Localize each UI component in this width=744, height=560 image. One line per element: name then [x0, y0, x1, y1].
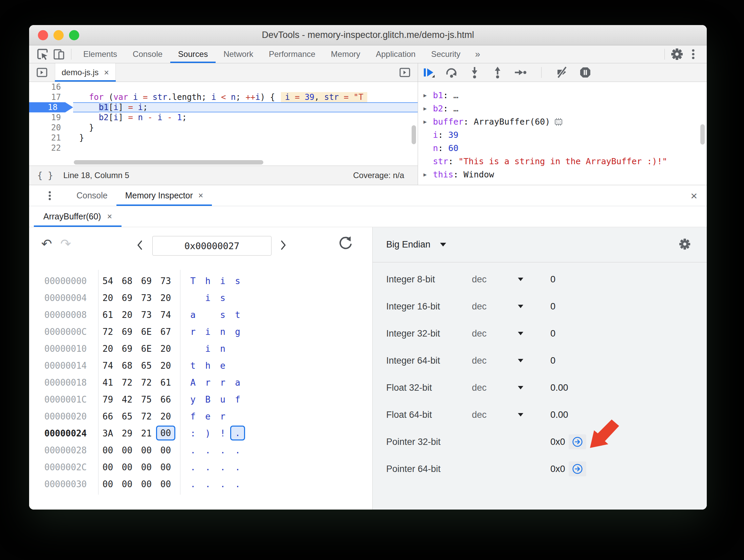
- scope-variable-b2[interactable]: ▶b2: …: [418, 102, 707, 115]
- hex-byte[interactable]: 20: [156, 290, 175, 306]
- ascii-char[interactable]: n: [215, 341, 230, 357]
- ascii-char[interactable]: B: [200, 392, 215, 407]
- format-select[interactable]: dec: [472, 356, 550, 366]
- ascii-char[interactable]: f: [185, 409, 200, 424]
- hex-byte[interactable]: 00: [117, 476, 137, 492]
- hex-byte[interactable]: 00: [98, 476, 117, 492]
- code-line-18[interactable]: 18 b1[i] = i;: [29, 102, 418, 112]
- scope-variable-b1[interactable]: ▶b1: …: [418, 89, 707, 102]
- hex-byte[interactable]: 20: [117, 307, 137, 323]
- hex-byte[interactable]: 74: [98, 358, 117, 373]
- line-number[interactable]: 16: [29, 82, 73, 92]
- step-out-button[interactable]: [491, 66, 504, 79]
- ascii-char[interactable]: [185, 290, 200, 306]
- ascii-char[interactable]: e: [200, 409, 215, 424]
- hex-byte[interactable]: 20: [156, 409, 175, 424]
- tab-memory[interactable]: Memory: [323, 45, 368, 63]
- ascii-char[interactable]: .: [215, 459, 230, 475]
- code-line-20[interactable]: 20 }: [29, 123, 418, 133]
- ascii-char[interactable]: r: [215, 409, 230, 424]
- line-number[interactable]: 19: [29, 112, 73, 123]
- drawer-menu-icon[interactable]: [44, 190, 56, 201]
- jump-to-address-button[interactable]: [569, 434, 586, 449]
- hex-byte[interactable]: 20: [98, 341, 117, 357]
- hex-byte[interactable]: 00: [156, 426, 175, 440]
- format-select[interactable]: dec: [472, 410, 550, 420]
- ascii-char[interactable]: .: [200, 443, 215, 458]
- step-button[interactable]: [514, 66, 527, 79]
- more-panels-chevron[interactable]: »: [468, 49, 487, 60]
- address-input[interactable]: [152, 236, 271, 256]
- hex-byte[interactable]: 00: [156, 476, 175, 492]
- horizontal-scrollbar[interactable]: [74, 160, 263, 165]
- hex-byte[interactable]: 73: [137, 290, 156, 306]
- ascii-char[interactable]: !: [215, 426, 230, 441]
- ascii-char[interactable]: s: [215, 290, 230, 306]
- format-select[interactable]: dec: [472, 328, 550, 339]
- tab-arraybuffer[interactable]: ArrayBuffer(60) ×: [34, 206, 122, 227]
- hex-byte[interactable]: 72: [137, 409, 156, 424]
- ascii-char[interactable]: .: [185, 476, 200, 492]
- navigator-panel-icon[interactable]: [35, 65, 49, 80]
- tab-network[interactable]: Network: [216, 45, 261, 63]
- hex-byte[interactable]: 65: [117, 409, 137, 424]
- tab-sources[interactable]: Sources: [170, 45, 216, 63]
- ascii-char[interactable]: [230, 409, 245, 424]
- hex-byte[interactable]: 69: [117, 324, 137, 340]
- ascii-char[interactable]: y: [185, 392, 200, 407]
- ascii-char[interactable]: e: [215, 358, 230, 373]
- hex-byte[interactable]: 73: [137, 307, 156, 323]
- close-icon[interactable]: ×: [107, 212, 112, 221]
- ascii-char[interactable]: f: [230, 392, 245, 407]
- ascii-char[interactable]: i: [200, 341, 215, 357]
- ascii-char[interactable]: h: [200, 273, 215, 289]
- hex-byte[interactable]: 65: [137, 358, 156, 373]
- next-page-button[interactable]: [280, 240, 286, 252]
- device-toolbar-icon[interactable]: [52, 47, 66, 61]
- step-into-button[interactable]: [468, 66, 481, 79]
- ascii-char[interactable]: [230, 341, 245, 357]
- hex-byte[interactable]: 72: [137, 375, 156, 390]
- ascii-char[interactable]: T: [185, 273, 200, 289]
- file-tab-demo-js[interactable]: demo-js.js ×: [55, 63, 116, 82]
- ascii-char[interactable]: A: [185, 375, 200, 390]
- ascii-char[interactable]: [185, 341, 200, 357]
- hex-byte[interactable]: 21: [137, 426, 156, 441]
- scope-variable-buffer[interactable]: ▶buffer: ArrayBuffer(60): [418, 115, 707, 128]
- hex-byte[interactable]: 6E: [137, 324, 156, 340]
- previous-page-button[interactable]: [137, 240, 143, 252]
- ascii-char[interactable]: [200, 307, 215, 323]
- ascii-char[interactable]: i: [215, 273, 230, 289]
- ascii-char[interactable]: .: [185, 459, 200, 475]
- tab-console[interactable]: Console: [68, 185, 116, 206]
- tab-security[interactable]: Security: [423, 45, 468, 63]
- endianness-select[interactable]: Big Endian: [386, 239, 446, 250]
- ascii-char[interactable]: ): [200, 426, 215, 441]
- more-options-icon[interactable]: [686, 47, 700, 61]
- code-line-19[interactable]: 19 b2[i] = n - i - 1;: [29, 112, 418, 123]
- ascii-char[interactable]: :: [185, 426, 200, 441]
- hex-byte[interactable]: 72: [98, 324, 117, 340]
- hex-byte[interactable]: 61: [156, 375, 175, 390]
- ascii-char[interactable]: .: [230, 443, 245, 458]
- hex-byte[interactable]: 00: [137, 476, 156, 492]
- tab-elements[interactable]: Elements: [75, 45, 125, 63]
- hex-byte[interactable]: 61: [98, 307, 117, 323]
- hex-byte[interactable]: 54: [98, 273, 117, 289]
- hex-byte[interactable]: 20: [98, 290, 117, 306]
- hex-byte[interactable]: 20: [156, 341, 175, 357]
- hex-byte[interactable]: 00: [98, 459, 117, 475]
- hex-byte[interactable]: 00: [117, 443, 137, 458]
- hex-byte[interactable]: 20: [156, 358, 175, 373]
- ascii-char[interactable]: a: [230, 375, 245, 390]
- redo-navigation-icon[interactable]: ↷: [60, 237, 71, 250]
- code-line-22[interactable]: 22: [29, 143, 418, 153]
- line-number[interactable]: 22: [29, 143, 73, 153]
- ascii-char[interactable]: s: [215, 307, 230, 323]
- jump-to-address-button[interactable]: [569, 461, 586, 476]
- line-number[interactable]: 18: [29, 102, 73, 112]
- tab-performance[interactable]: Performance: [261, 45, 323, 63]
- hex-byte[interactable]: 67: [156, 324, 175, 340]
- close-window-button[interactable]: [38, 30, 48, 40]
- memory-icon[interactable]: [553, 117, 564, 127]
